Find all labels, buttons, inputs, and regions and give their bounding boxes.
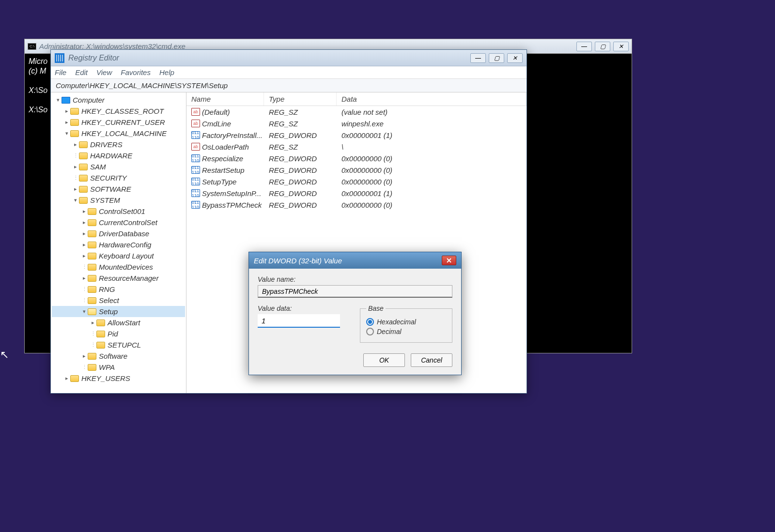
tree-item[interactable]: Software [52,350,185,362]
cmd-maximize-button[interactable]: ▢ [595,42,610,51]
regedit-titlebar[interactable]: Registry Editor — ▢ ✕ [51,50,527,66]
tree-item[interactable]: ▸Select [52,295,185,306]
tree-label: Software [99,352,127,360]
regedit-maximize-button[interactable]: ▢ [489,53,504,63]
column-name[interactable]: Name [186,92,264,106]
tree-label: HKEY_LOCAL_MACHINE [81,129,167,137]
list-row[interactable]: 011 110BypassTPMCheckREG_DWORD0x00000000… [186,199,527,211]
list-row[interactable]: 011 110RestartSetupREG_DWORD0x00000000 (… [186,164,527,176]
tree-line-icon [72,152,79,159]
tree-item[interactable]: AllowStart [52,317,185,328]
regedit-close-button[interactable]: ✕ [507,53,523,63]
radio-hexadecimal[interactable]: Hexadecimal [366,318,446,326]
folder-icon [79,164,88,170]
folder-icon [88,230,96,237]
expand-icon[interactable] [81,353,88,359]
expand-icon[interactable] [81,208,88,214]
tree-item[interactable]: Setup [52,306,185,317]
value-type: REG_SZ [264,120,337,128]
string-icon: ab [191,143,200,151]
tree-label: RNG [99,285,115,293]
registry-tree[interactable]: ComputerHKEY_CLASSES_ROOTHKEY_CURRENT_US… [51,92,186,393]
tree-line-icon [72,175,79,181]
tree-item[interactable]: HKEY_LOCAL_MACHINE [52,128,185,139]
dialog-close-button[interactable] [442,256,456,265]
list-row[interactable]: 011 110FactoryPreInstall...REG_DWORD0x00… [186,129,527,141]
column-data[interactable]: Data [337,92,527,106]
value-name-input[interactable] [258,285,452,298]
list-row[interactable]: 011 110SystemSetupInP...REG_DWORD0x00000… [186,187,527,199]
address-bar[interactable]: Computer\HKEY_LOCAL_MACHINE\SYSTEM\Setup [51,79,527,92]
tree-item[interactable]: ▸SECURITY [52,172,185,183]
base-fieldset: Base Hexadecimal Decimal [360,304,452,343]
radio-decimal[interactable]: Decimal [366,328,446,335]
tree-item[interactable]: DriverDatabase [52,228,185,239]
tree-item[interactable]: Keyboard Layout [52,250,185,261]
expand-icon[interactable] [81,275,88,281]
folder-icon [96,331,105,337]
value-data: 0x00000000 (0) [337,201,527,209]
folder-icon [88,208,96,215]
folder-icon [96,342,105,349]
tree-item[interactable]: ResourceManager [52,273,185,284]
tree-item[interactable]: ▸RNG [52,284,185,295]
expand-icon[interactable] [72,141,79,148]
expand-icon[interactable] [72,197,79,203]
list-row[interactable]: 011 110SetupTypeREG_DWORD0x00000000 (0) [186,176,527,187]
tree-item[interactable]: SOFTWARE [52,183,185,195]
list-row[interactable]: abOsLoaderPathREG_SZ\ [186,141,527,152]
tree-item[interactable]: HKEY_CURRENT_USER [52,117,185,128]
tree-label: Pid [108,330,118,338]
tree-item[interactable]: HKEY_USERS [52,373,185,384]
tree-item[interactable]: SYSTEM [52,195,185,206]
menu-favorites[interactable]: Favorites [121,68,151,76]
list-row[interactable]: abCmdLineREG_SZwinpeshl.exe [186,118,527,129]
expand-icon[interactable] [81,253,88,259]
cmd-close-button[interactable]: ✕ [613,42,629,51]
expand-icon[interactable] [63,130,70,137]
tree-item[interactable]: SAM [52,161,185,172]
expand-icon[interactable] [90,319,96,326]
value-name: OsLoaderPath [202,143,249,151]
menu-help[interactable]: Help [159,68,174,76]
tree-item[interactable]: ▸Pid [52,328,185,339]
tree-item[interactable]: DRIVERS [52,139,185,150]
list-header[interactable]: Name Type Data [186,92,527,106]
menu-edit[interactable]: Edit [75,68,88,76]
cancel-button[interactable]: Cancel [411,353,452,367]
value-name: SetupType [202,178,236,186]
list-row[interactable]: ab(Default)REG_SZ(value not set) [186,106,527,118]
dword-icon: 011 110 [191,166,200,174]
tree-item[interactable]: ControlSet001 [52,206,185,217]
dialog-titlebar[interactable]: Edit DWORD (32-bit) Value [249,252,461,269]
regedit-minimize-button[interactable]: — [470,53,486,63]
expand-icon[interactable] [63,119,70,125]
expand-icon[interactable] [72,164,79,170]
cmd-minimize-button[interactable]: — [576,42,592,51]
menu-view[interactable]: View [96,68,112,76]
expand-icon[interactable] [81,219,88,226]
tree-item[interactable]: HKEY_CLASSES_ROOT [52,106,185,117]
expand-icon[interactable] [63,375,70,381]
tree-item[interactable]: ▸HARDWARE [52,150,185,161]
value-name: (Default) [202,108,230,116]
ok-button[interactable]: OK [363,353,405,367]
list-row[interactable]: 011 110RespecializeREG_DWORD0x00000000 (… [186,152,527,164]
tree-item[interactable]: ▸WPA [52,362,185,373]
expand-icon[interactable] [63,108,70,114]
menu-file[interactable]: File [55,68,66,76]
tree-item[interactable]: HardwareConfig [52,239,185,250]
tree-item[interactable]: CurrentControlSet [52,217,185,228]
column-type[interactable]: Type [264,92,337,106]
expand-icon[interactable] [72,186,79,192]
expand-icon[interactable] [81,308,88,315]
value-data-input[interactable] [258,314,340,328]
expand-icon[interactable] [55,97,62,103]
folder-icon [79,175,88,182]
tree-item[interactable]: ▸SETUPCL [52,339,185,350]
expand-icon[interactable] [81,242,88,248]
expand-icon[interactable] [81,230,88,237]
tree-item[interactable]: Computer [52,94,185,106]
folder-icon [88,297,96,304]
tree-item[interactable]: ▸MountedDevices [52,261,185,273]
